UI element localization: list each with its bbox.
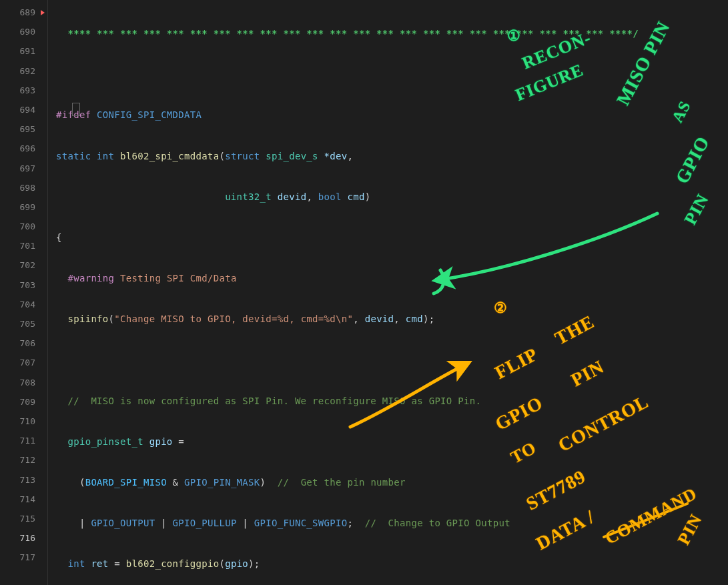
param: *dev (324, 151, 348, 161)
warning-msg: Testing SPI Cmd/Data (120, 273, 237, 283)
kw-static: static (56, 151, 91, 161)
line-number[interactable]: 706 (0, 334, 47, 353)
code-line[interactable]: uint32_t devid, bool cmd) (56, 187, 728, 207)
var: gpio (225, 558, 248, 569)
code-line[interactable]: // MISO is now configured as SPI Pin. We… (56, 392, 728, 411)
macro: GPIO_PULLUP (173, 518, 237, 528)
line-number[interactable]: 710 (0, 412, 47, 431)
line-number[interactable]: 707 (0, 353, 47, 372)
line-number[interactable]: 695 (0, 119, 47, 139)
line-number[interactable]: 711 (0, 431, 47, 450)
line-number[interactable]: 708 (0, 373, 47, 392)
line-number[interactable]: 714 (0, 490, 47, 509)
line-number[interactable]: 692 (0, 61, 47, 81)
const: BOARD_SPI_MISO (85, 477, 167, 488)
code-line[interactable]: static int bl602_spi_cmddata(struct spi_… (56, 147, 728, 166)
line-number[interactable]: 705 (0, 314, 47, 334)
var: cmd (406, 314, 423, 324)
line-number[interactable]: 691 (0, 41, 47, 61)
type: spi_dev_s (266, 151, 318, 161)
line-number[interactable]: 715 (0, 509, 47, 528)
line-number[interactable]: 698 (0, 178, 47, 197)
comment: // Get the pin number (278, 477, 406, 488)
param: devid (278, 191, 307, 202)
code-area[interactable]: **** *** *** *** *** *** *** *** *** ***… (48, 0, 728, 585)
param: cmd (348, 191, 365, 202)
code-line[interactable]: spiinfo("Change MISO to GPIO, devid=%d, … (56, 310, 728, 329)
code-line[interactable] (56, 65, 728, 84)
type: gpio_pinset_t (67, 436, 143, 447)
line-number[interactable]: 717 (0, 548, 47, 567)
type: uint32_t (225, 191, 272, 202)
preproc: #ifdef (56, 109, 91, 120)
kw-int: int (97, 151, 114, 161)
kw-struct: struct (225, 151, 260, 161)
line-number[interactable]: 701 (0, 236, 47, 255)
line-number[interactable]: 697 (0, 159, 47, 178)
line-number[interactable]: 699 (0, 197, 47, 217)
line-number[interactable]: 709 (0, 392, 47, 412)
kw-int: int (67, 558, 85, 569)
fn-call: bl602_configgpio (126, 558, 220, 569)
code-editor[interactable]: 6896906916926936946956966976986997007017… (0, 0, 728, 585)
code-line[interactable]: { (56, 228, 728, 247)
comment: // MISO is now configured as SPI Pin. We… (67, 396, 481, 406)
code-line[interactable]: #warning Testing SPI Cmd/Data (56, 269, 728, 288)
comment: // Change to GPIO Output (365, 518, 510, 528)
line-number[interactable]: 713 (0, 470, 47, 490)
code-line[interactable]: (BOARD_SPI_MISO & GPIO_PIN_MASK) // Get … (56, 473, 728, 492)
macro: GPIO_PIN_MASK (184, 477, 260, 488)
func-name: bl602_spi_cmddata (120, 151, 219, 161)
line-number[interactable]: 712 (0, 450, 47, 470)
pragma-warning: #warning (67, 273, 114, 283)
line-number[interactable]: 694 (0, 100, 47, 119)
macro-id: CONFIG_SPI_CMDDATA (97, 109, 202, 120)
line-number-gutter[interactable]: 6896906916926936946956966976986997007017… (0, 0, 48, 585)
code-line[interactable]: **** *** *** *** *** *** *** *** *** ***… (56, 24, 728, 43)
string: "Change MISO to GPIO, devid=%d, cmd=%d\n… (114, 314, 353, 324)
code-line[interactable]: gpio_pinset_t gpio = (56, 432, 728, 452)
macro: GPIO_OUTPUT (91, 518, 155, 528)
line-number[interactable]: 704 (0, 295, 47, 314)
comment-stars: **** *** *** *** *** *** *** *** *** ***… (67, 28, 638, 39)
line-number[interactable]: 696 (0, 139, 47, 158)
line-number[interactable]: 700 (0, 217, 47, 236)
code-line[interactable]: | GPIO_OUTPUT | GPIO_PULLUP | GPIO_FUNC_… (56, 514, 728, 533)
line-number[interactable]: 716 (0, 528, 47, 548)
var: gpio (149, 436, 173, 447)
line-number[interactable]: 689 (0, 3, 47, 22)
fn-call: spiinfo (67, 314, 108, 324)
code-line[interactable] (56, 351, 728, 370)
line-number[interactable]: 690 (0, 22, 47, 41)
line-number[interactable]: 702 (0, 255, 47, 275)
macro: GPIO_FUNC_SWGPIO (254, 518, 348, 528)
line-number[interactable]: 693 (0, 81, 47, 100)
code-line[interactable]: #ifdef CONFIG_SPI_CMDDATA (56, 105, 728, 125)
var: ret (91, 558, 108, 569)
var: devid (365, 314, 394, 324)
kw-bool: bool (318, 191, 342, 202)
code-line[interactable]: int ret = bl602_configgpio(gpio); (56, 554, 728, 574)
line-number[interactable]: 703 (0, 275, 47, 295)
